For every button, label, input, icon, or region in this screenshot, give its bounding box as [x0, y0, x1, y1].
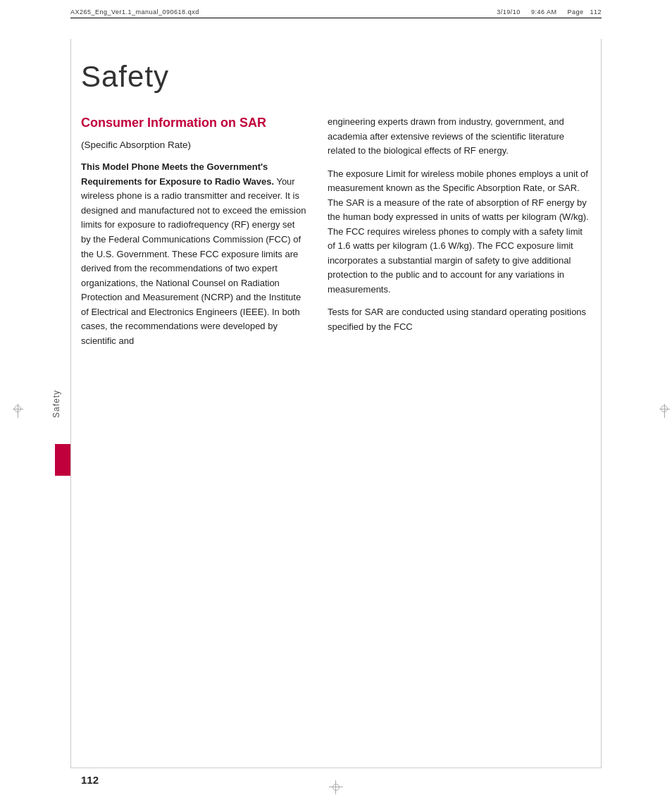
margin-line-left	[70, 39, 71, 768]
page-number-bottom: 112	[81, 774, 99, 786]
page-title: Safety	[81, 60, 591, 94]
right-paragraph-1: engineering experts drawn from industry,…	[328, 115, 591, 159]
column-right: engineering experts drawn from industry,…	[328, 115, 591, 357]
header-date-time: 3/19/10 9:46 AM Page 112	[497, 8, 602, 16]
footer-line	[70, 768, 602, 768]
bold-lead: This Model Phone Meets the Government's …	[81, 161, 274, 187]
left-paragraph-1: This Model Phone Meets the Government's …	[81, 160, 306, 348]
right-paragraph-2: The exposure Limit for wireless mobile p…	[328, 167, 591, 297]
header-filename: AX265_Eng_Ver1.1_manual_090618.qxd	[70, 8, 199, 16]
bookmark-tab	[55, 444, 70, 476]
header-bar: AX265_Eng_Ver1.1_manual_090618.qxd 3/19/…	[70, 8, 602, 18]
section-title: Consumer Information on SAR	[81, 115, 306, 131]
section-subtitle: (Specific Absorption Rate)	[81, 138, 306, 153]
side-label: Safety	[51, 389, 61, 417]
content-area: Safety Consumer Information on SAR (Spec…	[81, 46, 591, 758]
two-column-layout: Consumer Information on SAR (Specific Ab…	[81, 115, 591, 357]
body-text-right: engineering experts drawn from industry,…	[328, 115, 591, 334]
right-paragraph-3: Tests for SAR are conducted using standa…	[328, 305, 591, 334]
bottom-reg-mark	[329, 780, 343, 794]
body-text-left: This Model Phone Meets the Government's …	[81, 160, 306, 348]
margin-line-right	[601, 39, 602, 768]
page-container: AX265_Eng_Ver1.1_manual_090618.qxd 3/19/…	[0, 0, 672, 807]
column-left: Consumer Information on SAR (Specific Ab…	[81, 115, 306, 357]
